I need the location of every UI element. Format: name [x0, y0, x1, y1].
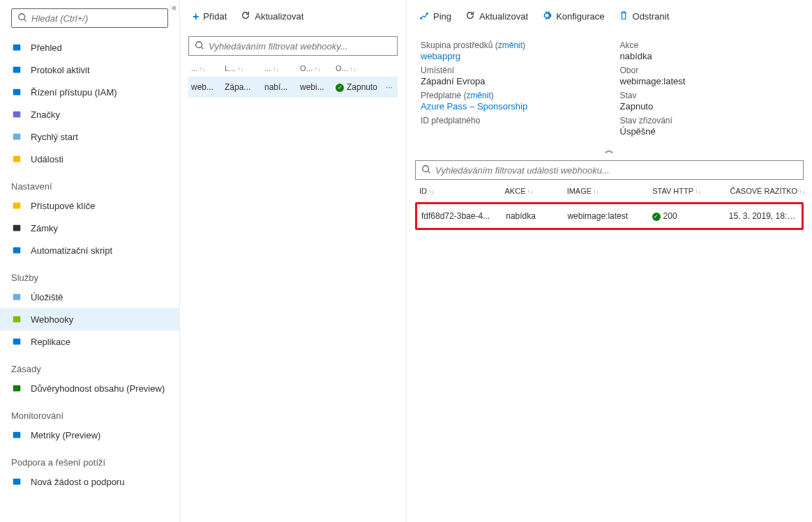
sidebar-item-label: Zámky [31, 223, 58, 233]
event-column-header[interactable]: ČASOVÉ RAZÍTKO↑↓ [726, 180, 804, 202]
essentials-label: Předplatné (změnit) [421, 91, 599, 100]
sidebar-item-label: Značky [31, 109, 60, 120]
table-row[interactable]: web... Zápa... nabí... webi... ✓Zapnuto … [188, 77, 398, 98]
sidebar-item[interactable]: Úložiště [0, 286, 179, 308]
sidebar-item-label: Metriky (Preview) [31, 430, 100, 440]
svg-rect-3 [13, 67, 21, 73]
essentials-label: Skupina prostředků (změnit) [421, 40, 599, 50]
add-button[interactable]: + Přidat [193, 10, 227, 23]
event-column-header[interactable]: AKCE↑↓ [501, 180, 563, 202]
change-link[interactable]: změnit [466, 91, 490, 100]
essentials: Skupina prostředků (změnit)webapprgAkcen… [407, 31, 812, 139]
refresh-detail-button[interactable]: Aktualizovat [465, 10, 528, 22]
sidebar-item-label: Automatizační skript [31, 245, 112, 256]
gear-icon [542, 10, 552, 22]
essentials-field: Předplatné (změnit)Azure Pass – Sponsors… [421, 91, 599, 112]
column-header[interactable]: O...↑↓ [297, 60, 333, 77]
sidebar-item-label: Replikace [31, 337, 70, 347]
column-header[interactable]: O...↑↓ [333, 60, 383, 77]
event-column-header[interactable]: STAV HTTP↑↓ [648, 180, 725, 202]
sidebar-item[interactable]: Značky [0, 103, 179, 125]
essentials-field: UmístěníZápadní Evropa [421, 66, 599, 86]
webhook-list-pane: + Přidat Aktualizovat ...↑↓L...↑↓...↑↓O.… [180, 0, 407, 522]
refresh-icon [465, 10, 475, 22]
essentials-field: StavZapnuto [620, 91, 799, 112]
svg-rect-11 [13, 294, 21, 300]
filter-webhooks[interactable] [188, 36, 398, 56]
column-header[interactable]: ...↑↓ [262, 60, 297, 77]
essentials-value: Úspěšné [620, 126, 799, 137]
refresh-button[interactable]: Aktualizovat [241, 10, 303, 22]
svg-line-22 [428, 171, 430, 173]
nav-icon [11, 314, 22, 325]
section-services: Služby [0, 261, 179, 286]
sidebar-item-label: Rychlý start [31, 132, 78, 142]
events-table: ID↑↓AKCE↑↓IMAGE↑↓STAV HTTP↑↓ČASOVÉ RAZÍT… [415, 180, 804, 202]
filter-webhooks-input[interactable] [209, 41, 391, 52]
event-timestamp: 15. 3. 2019, 18:26... [725, 204, 802, 228]
configure-button[interactable]: Konfigurace [542, 10, 604, 22]
essentials-label: Stav zřizování [620, 116, 799, 125]
sidebar-item[interactable]: Rychlý start [0, 125, 179, 148]
essentials-field: Oborwebimage:latest [620, 66, 799, 86]
detail-pane: Ping Aktualizovat Konfigurace Odstranit … [407, 0, 812, 522]
sidebar-item[interactable]: Replikace [0, 330, 179, 353]
svg-rect-10 [13, 247, 21, 254]
delete-button[interactable]: Odstranit [619, 10, 670, 22]
essentials-value: webimage:latest [620, 76, 799, 86]
essentials-field: Skupina prostředků (změnit)webapprg [421, 40, 599, 61]
add-label: Přidat [203, 11, 227, 22]
nav-icon [11, 42, 22, 53]
svg-point-20 [427, 13, 428, 15]
sidebar-item[interactable]: Automatizační skript [0, 239, 179, 261]
sidebar-search-input[interactable] [31, 13, 162, 24]
section-monitoring: Monitorování [0, 399, 179, 424]
cell-name: web... [188, 77, 222, 98]
essentials-value[interactable]: Azure Pass – Sponsorship [421, 101, 599, 112]
collapse-sidebar-icon[interactable]: « [172, 3, 176, 13]
sidebar-item-label: Nová žádost o podporu [31, 477, 124, 487]
sidebar-item[interactable]: Webhooky [0, 308, 179, 330]
ping-button[interactable]: Ping [419, 10, 451, 22]
nav-icon [11, 222, 22, 233]
detail-toolbar: Ping Aktualizovat Konfigurace Odstranit [407, 3, 812, 31]
sidebar-item[interactable]: Přístupové klíče [0, 194, 179, 217]
nav-icon [11, 86, 22, 98]
svg-rect-16 [13, 479, 21, 485]
svg-rect-13 [13, 339, 21, 345]
sidebar-item[interactable]: Přehled [0, 36, 179, 59]
column-header[interactable]: ...↑↓ [188, 60, 222, 77]
nav-icon [11, 429, 22, 440]
nav-icon [11, 245, 22, 256]
nav-icon [11, 476, 22, 487]
sidebar-item[interactable]: Nová žádost o podporu [0, 470, 179, 493]
sidebar-search[interactable] [11, 8, 168, 28]
sidebar-item[interactable]: Důvěryhodnost obsahu (Preview) [0, 377, 179, 399]
sidebar-item[interactable]: Řízení přístupu (IAM) [0, 81, 179, 103]
event-column-header[interactable]: IMAGE↑↓ [563, 180, 649, 202]
essentials-value[interactable]: webapprg [421, 51, 599, 61]
essentials-label: Akce [620, 40, 799, 50]
event-row[interactable]: fdf68d72-3bae-4... nabídka webimage:late… [417, 204, 802, 228]
nav-icon [11, 291, 22, 302]
sidebar-item[interactable]: Události [0, 148, 179, 170]
svg-point-21 [423, 165, 429, 171]
column-header[interactable]: L...↑↓ [222, 60, 262, 77]
sidebar-item[interactable]: Protokol aktivit [0, 59, 179, 81]
svg-point-17 [196, 41, 202, 47]
row-menu[interactable]: ··· [383, 77, 398, 98]
change-link[interactable]: změnit [498, 40, 522, 50]
event-column-header[interactable]: ID↑↓ [415, 180, 501, 202]
collapse-essentials[interactable]: ︽ [407, 139, 812, 158]
event-image: webimage:latest [563, 204, 647, 228]
sidebar-item[interactable]: Zámky [0, 217, 179, 239]
sidebar-item[interactable]: Metriky (Preview) [0, 424, 179, 446]
svg-rect-6 [13, 134, 21, 140]
svg-rect-12 [13, 316, 21, 323]
filter-events[interactable] [415, 160, 804, 180]
essentials-label: Obor [620, 66, 799, 75]
essentials-field: Stav zřizováníÚspěšné [620, 116, 799, 137]
svg-line-1 [24, 19, 27, 21]
filter-events-input[interactable] [435, 165, 797, 176]
sidebar-item-label: Přehled [31, 43, 62, 53]
